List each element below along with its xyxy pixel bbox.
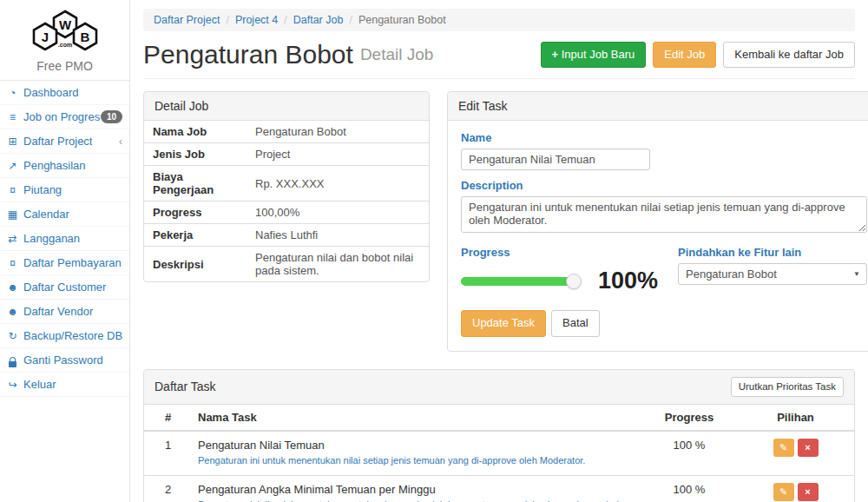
breadcrumb-separator: /	[226, 14, 228, 26]
delete-task-button[interactable]: ×	[798, 439, 819, 457]
logo-letter-b: B	[80, 30, 89, 44]
urutkan-prioritas-task-button[interactable]: Urutkan Prioritas Task	[731, 377, 844, 397]
chevron-left-icon: ‹	[119, 135, 122, 148]
task-name-input[interactable]	[461, 149, 650, 170]
brand-area: J W B .com Free PMO	[0, 0, 129, 81]
sidebar-item-job-on-progress[interactable]: ≡Job on Progress10	[0, 105, 129, 129]
breadcrumb-link-daftar-project[interactable]: Daftar Project	[154, 14, 220, 26]
sidebar-menu: ◔Dashboard≡Job on Progress10⊞Daftar Proj…	[0, 81, 129, 397]
edit-task-panel: Edit Task Name Description Pengaturan in…	[447, 91, 868, 352]
task-table: # Nama Task Progress Pilihan 1Pengaturan…	[144, 405, 854, 502]
brand-name: Free PMO	[0, 59, 129, 73]
move-to-feature-selected-value: Pengaturan Bobot	[686, 268, 777, 281]
calendar-icon: ▦	[5, 208, 20, 221]
users-icon: ☻	[5, 306, 20, 318]
sidebar-item-label: Keluar	[23, 378, 56, 391]
sidebar-item-label: Daftar Project	[23, 135, 92, 148]
sidebar-item-calendar[interactable]: ▦Calendar	[0, 202, 129, 227]
table-icon: ⊞	[5, 135, 20, 148]
sidebar-item-daftar-customer[interactable]: ☻Daftar Customer	[0, 275, 129, 300]
detail-label: Deskripsi	[144, 247, 247, 282]
breadcrumb-current: Pengaturan Bobot	[358, 14, 446, 26]
detail-label: Pekerja	[144, 224, 247, 247]
breadcrumb-link-daftar-job[interactable]: Daftar Job	[293, 14, 344, 26]
task-actions: ✎×	[737, 475, 854, 502]
detail-value: Pengaturan nilai dan bobot nilai pada si…	[247, 247, 429, 282]
line-chart-icon: ↗	[5, 160, 20, 172]
detail-job-panel: Detail Job Nama JobPengaturan BobotJenis…	[143, 91, 430, 282]
task-name: Pengaturan Angka Minimal Temuan per Ming…	[198, 483, 635, 496]
header-buttons: + Input Job Baru Edit Job Kembali ke daf…	[541, 42, 856, 69]
input-job-baru-label: Input Job Baru	[562, 48, 635, 61]
sidebar-item-ganti-password[interactable]: Ganti Password	[0, 348, 129, 373]
breadcrumb-link-project-4[interactable]: Project 4	[235, 14, 278, 26]
sidebar-item-backup-restore-db[interactable]: ↻Backup/Restore DB	[0, 324, 129, 348]
sidebar-item-label: Ganti Password	[23, 353, 103, 367]
sidebar-item-daftar-project[interactable]: ⊞Daftar Project‹	[0, 129, 129, 154]
input-job-baru-button[interactable]: + Input Job Baru	[541, 42, 647, 69]
task-number: 1	[144, 431, 192, 475]
refresh-icon: ↻	[5, 330, 20, 342]
logo-letter-j: J	[41, 30, 48, 44]
task-description-textarea[interactable]: Pengaturan ini untuk menentukan nilai se…	[461, 196, 867, 233]
task-name-cell: Pengaturan Nilai TemuanPengaturan ini un…	[192, 431, 641, 475]
jwb-logo: J W B .com	[23, 7, 107, 56]
money-icon: ¤	[5, 184, 20, 196]
detail-job-table: Nama JobPengaturan BobotJenis JobProject…	[144, 121, 429, 281]
move-to-feature-label: Pindahkan ke Fitur lain	[678, 246, 867, 259]
tasks-icon: ≡	[5, 111, 20, 123]
progress-slider[interactable]	[461, 277, 574, 286]
daftar-task-panel: Daftar Task Urutkan Prioritas Task # Nam…	[143, 369, 855, 502]
edit-task-button[interactable]: ✎	[773, 439, 794, 457]
sidebar-item-dashboard[interactable]: ◔Dashboard	[0, 81, 129, 105]
sidebar-item-label: Job on Progress	[23, 110, 101, 123]
sidebar-item-label: Dashboard	[23, 86, 79, 99]
edit-job-button[interactable]: Edit Job	[653, 42, 716, 69]
progress-slider-handle[interactable]	[566, 274, 582, 289]
edit-task-button[interactable]: ✎	[773, 483, 794, 501]
logo-letter-w: W	[58, 17, 71, 32]
delete-task-button[interactable]: ×	[798, 483, 819, 501]
daftar-task-panel-title: Daftar Task	[155, 380, 216, 393]
page-header: Pengaturan Bobot Detail Job + Input Job …	[143, 40, 855, 79]
column-header-nama-task: Nama Task	[192, 405, 641, 431]
task-description: Pengaturan ini untuk menentukan nilai se…	[198, 454, 635, 468]
task-actions: ✎×	[737, 431, 854, 475]
sidebar-item-penghasilan[interactable]: ↗Penghasilan	[0, 154, 129, 178]
move-to-feature-select[interactable]: Pengaturan Bobot ▼	[678, 263, 867, 285]
sidebar-item-piutang[interactable]: ¤Piutang	[0, 178, 129, 202]
detail-row-deskripsi: DeskripsiPengaturan nilai dan bobot nila…	[144, 247, 429, 282]
sidebar-item-daftar-vendor[interactable]: ☻Daftar Vendor	[0, 300, 129, 324]
page-title: Pengaturan Bobot	[143, 40, 353, 69]
lock-icon	[5, 357, 20, 367]
dashboard-icon: ◔	[5, 87, 20, 99]
detail-row-biaya-pengerjaan: Biaya PengerjaanRp. XXX.XXX	[144, 166, 429, 201]
detail-row-progress: Progress100,00%	[144, 201, 429, 224]
task-name: Pengaturan Nilai Temuan	[198, 439, 635, 452]
column-header-pilihan: Pilihan	[737, 405, 854, 431]
update-task-button[interactable]: Update Task	[461, 310, 546, 337]
sidebar-item-label: Piutang	[23, 183, 62, 196]
task-progress: 100 %	[641, 431, 737, 475]
sidebar-item-langganan[interactable]: ⇄Langganan	[0, 227, 129, 251]
sidebar-item-keluar[interactable]: ↪Keluar	[0, 373, 129, 397]
sign-out-icon: ↪	[5, 379, 20, 391]
detail-job-panel-title: Detail Job	[144, 92, 429, 121]
batal-button[interactable]: Batal	[551, 310, 600, 337]
kembali-ke-daftar-job-button[interactable]: Kembali ke daftar Job	[723, 42, 855, 69]
sidebar-item-label: Daftar Customer	[23, 281, 106, 294]
column-header-no: #	[144, 405, 192, 431]
column-header-progress: Progress	[641, 405, 737, 431]
edit-task-panel-title: Edit Task	[448, 92, 868, 121]
task-progress: 100 %	[641, 475, 737, 502]
table-row: 2Pengaturan Angka Minimal Temuan per Min…	[144, 475, 854, 502]
page-subtitle: Detail Job	[360, 45, 434, 64]
detail-value: Nafies Luthfi	[247, 224, 429, 247]
users-icon: ☻	[5, 281, 20, 294]
money-icon: ¤	[5, 257, 20, 269]
sidebar-item-label: Daftar Vendor	[23, 305, 93, 318]
count-badge: 10	[101, 110, 122, 123]
retweet-icon: ⇄	[5, 233, 20, 245]
sidebar-item-daftar-pembayaran[interactable]: ¤Daftar Pembayaran	[0, 251, 129, 275]
detail-row-pekerja: PekerjaNafies Luthfi	[144, 224, 429, 247]
